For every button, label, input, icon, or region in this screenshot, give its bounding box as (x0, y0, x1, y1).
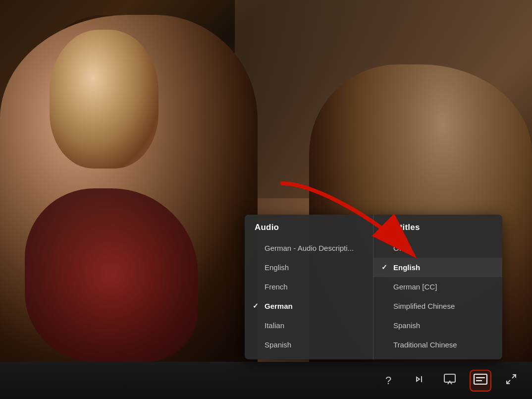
fullscreen-button[interactable] (500, 370, 522, 392)
skip-icon (413, 373, 425, 388)
audio-item[interactable]: Spanish (245, 335, 373, 354)
audio-item[interactable]: French (245, 277, 373, 296)
subtitle-item[interactable]: English (373, 258, 502, 277)
audio-item[interactable]: German (245, 296, 373, 316)
audio-item[interactable]: German - Audio Descripti... (245, 238, 373, 258)
audio-column: Audio German - Audio Descripti...English… (245, 215, 373, 359)
svg-rect-2 (474, 374, 487, 384)
subtitle-item[interactable]: German [CC] (373, 277, 502, 296)
audio-header: Audio (245, 215, 373, 238)
audio-item[interactable]: Italian (245, 316, 373, 335)
help-button[interactable]: ? (377, 370, 399, 392)
airplay-icon (443, 373, 456, 388)
subtitles-icon (474, 374, 487, 387)
airplay-button[interactable] (439, 370, 461, 392)
language-dropdown: Audio German - Audio Descripti...English… (245, 215, 502, 359)
subtitles-header: Subtitles (373, 215, 502, 238)
subtitle-item[interactable]: Simplified Chinese (373, 296, 502, 316)
svg-line-5 (512, 375, 516, 378)
subtitle-item[interactable]: Traditional Chinese (373, 335, 502, 354)
audio-item[interactable]: English (245, 258, 373, 277)
control-bar: ? (0, 362, 532, 399)
subtitles-button[interactable] (470, 370, 491, 392)
subtitles-column: Subtitles OffEnglishGerman [CC]Simplifie… (373, 215, 502, 359)
subtitle-item[interactable]: Off (373, 238, 502, 258)
subtitle-item[interactable]: Spanish (373, 316, 502, 335)
question-icon: ? (385, 374, 391, 387)
skip-button[interactable] (408, 370, 430, 392)
fullscreen-icon (505, 373, 517, 388)
svg-line-6 (507, 380, 510, 384)
